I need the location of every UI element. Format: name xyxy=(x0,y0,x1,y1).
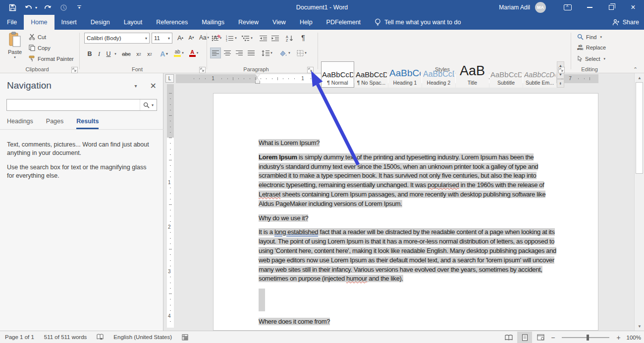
shrink-font-button[interactable]: A▾ xyxy=(186,32,196,43)
styles-more-button[interactable]: ⇟ xyxy=(557,79,564,88)
vertical-ruler[interactable]: 1234 xyxy=(167,84,174,328)
close-button[interactable]: × xyxy=(622,0,644,15)
word-count[interactable]: 511 of 511 words xyxy=(39,331,92,343)
search-input[interactable] xyxy=(7,100,140,110)
tab-references[interactable]: References xyxy=(149,15,195,30)
font-dialog-launcher[interactable] xyxy=(199,67,206,73)
tab-home[interactable]: Home xyxy=(24,15,54,30)
redo-button[interactable] xyxy=(42,1,53,13)
copy-button[interactable]: Copy xyxy=(29,45,51,51)
styles-dialog-launcher[interactable] xyxy=(558,67,565,73)
first-line-indent-marker[interactable] xyxy=(255,74,260,77)
web-layout-button[interactable] xyxy=(533,332,548,343)
underline-button[interactable]: U xyxy=(104,49,113,59)
highlight-color-button[interactable]: ab▾ xyxy=(172,48,185,58)
document-heading[interactable]: Why do we use it? xyxy=(259,214,558,223)
style-title[interactable]: AaBTitle xyxy=(456,61,489,88)
tab-design[interactable]: Design xyxy=(84,15,117,30)
tab-pdfelement[interactable]: PDFelement xyxy=(320,15,368,30)
macro-recording-button[interactable] xyxy=(177,331,193,343)
font-name-combobox[interactable]: Calibri (Body)▾ xyxy=(84,33,150,44)
align-left-button[interactable] xyxy=(210,48,221,58)
underline-dropdown-icon[interactable]: ▾ xyxy=(113,49,118,59)
justify-button[interactable] xyxy=(246,48,257,58)
user-avatar[interactable]: MA xyxy=(535,2,546,13)
format-painter-button[interactable]: Format Painter xyxy=(29,55,74,62)
shading-button[interactable]: ▾ xyxy=(277,48,292,58)
nav-tab-results[interactable]: Results xyxy=(76,118,99,129)
print-layout-button[interactable] xyxy=(517,332,532,343)
read-mode-button[interactable] xyxy=(501,332,516,343)
paste-dropdown-icon[interactable]: ▾ xyxy=(14,55,16,59)
tab-layout[interactable]: Layout xyxy=(117,15,150,30)
ribbon-display-options-button[interactable] xyxy=(557,0,579,15)
numbering-button[interactable]: 123▾ xyxy=(224,33,238,44)
undo-button[interactable] xyxy=(23,1,34,13)
font-size-combobox[interactable]: 11▾ xyxy=(152,33,172,44)
document-page[interactable]: What is Lorem Ipsum?Lorem Ipsum is simpl… xyxy=(213,93,598,331)
tab-review[interactable]: Review xyxy=(231,15,266,30)
paste-button[interactable]: Paste ▾ xyxy=(4,32,26,59)
tell-me-box[interactable]: Tell me what you want to do xyxy=(368,15,468,30)
search-controls[interactable]: ▾ xyxy=(140,99,157,110)
text-effects-button[interactable]: A▾ xyxy=(159,49,169,59)
share-button[interactable]: Share xyxy=(612,15,639,30)
document-heading[interactable]: What is Lorem Ipsum? xyxy=(259,139,558,148)
multilevel-list-button[interactable]: ▾ xyxy=(240,33,255,44)
restore-button[interactable] xyxy=(600,0,622,15)
show-formatting-marks-button[interactable]: ¶ xyxy=(298,32,308,43)
tab-file[interactable]: File xyxy=(0,15,24,30)
change-case-button[interactable]: Aa▾ xyxy=(198,32,211,43)
style-heading-2[interactable]: AaBbCcDHeading 2 xyxy=(422,61,455,88)
zoom-out-button[interactable]: − xyxy=(549,334,557,342)
style-subtle-em-[interactable]: AaBbCcDcSubtle Em... xyxy=(523,61,556,88)
clipboard-dialog-launcher[interactable] xyxy=(71,67,78,73)
scroll-down-icon[interactable]: ▼ xyxy=(635,322,644,330)
zoom-slider-thumb[interactable] xyxy=(587,335,589,341)
zoom-in-button[interactable]: + xyxy=(614,334,622,342)
save-icon[interactable] xyxy=(7,1,18,13)
navigation-options-dropdown-icon[interactable]: ▾ xyxy=(135,83,137,89)
sort-button[interactable]: AZ xyxy=(284,33,296,44)
document-text[interactable]: What is Lorem Ipsum?Lorem Ipsum is simpl… xyxy=(259,139,558,331)
vertical-scrollbar[interactable]: ▲ ▼ xyxy=(634,73,644,331)
increase-indent-button[interactable] xyxy=(269,33,280,44)
bullets-button[interactable]: ▾ xyxy=(210,33,223,44)
tab-help[interactable]: Help xyxy=(293,15,320,30)
scroll-up-icon[interactable]: ▲ xyxy=(635,74,644,82)
style-subtitle[interactable]: AaBbCcDSubtitle xyxy=(489,61,523,88)
language-indicator[interactable]: English (United States) xyxy=(108,331,177,343)
style--normal[interactable]: AaBbCcDc¶ Normal xyxy=(321,61,354,88)
find-button[interactable]: Find ▾ xyxy=(577,34,602,40)
navigation-close-icon[interactable]: ✕ xyxy=(150,81,157,91)
style--no-spac-[interactable]: AaBbCcDc¶ No Spac... xyxy=(355,61,388,88)
tab-view[interactable]: View xyxy=(266,15,293,30)
cut-button[interactable]: Cut xyxy=(29,34,46,40)
style-heading-1[interactable]: AaBbCcHeading 1 xyxy=(388,61,422,88)
decrease-indent-button[interactable] xyxy=(258,33,268,44)
align-center-button[interactable] xyxy=(222,48,233,58)
document-heading[interactable]: Where does it come from? xyxy=(259,317,558,327)
nav-tab-pages[interactable]: Pages xyxy=(46,118,63,129)
undo-dropdown-icon[interactable]: ▾ xyxy=(35,5,37,10)
grow-font-button[interactable]: A▴ xyxy=(175,32,185,43)
proofing-errors-button[interactable] xyxy=(92,331,108,343)
page-indicator[interactable]: Page 1 of 1 xyxy=(0,331,39,343)
subscript-button[interactable]: x2 xyxy=(134,49,144,59)
hanging-indent-marker[interactable] xyxy=(255,78,260,84)
zoom-slider[interactable] xyxy=(562,337,609,338)
customize-qat-button[interactable]: ▾ xyxy=(74,1,85,13)
nav-tab-headings[interactable]: Headings xyxy=(7,118,33,129)
paragraph-dialog-launcher[interactable] xyxy=(307,67,314,73)
minimize-button[interactable] xyxy=(579,0,600,15)
select-button[interactable]: Select ▾ xyxy=(577,55,605,62)
collapse-ribbon-button[interactable]: ⌃ xyxy=(633,66,638,73)
tab-insert[interactable]: Insert xyxy=(54,15,84,30)
zoom-level[interactable]: 100% xyxy=(627,335,641,341)
line-spacing-button[interactable]: ▾ xyxy=(260,48,274,58)
strikethrough-button[interactable]: abc xyxy=(120,49,133,59)
document-paragraph[interactable]: Lorem Ipsum is simply dummy text of the … xyxy=(259,153,558,209)
user-name[interactable]: Mariam Adil xyxy=(499,4,530,11)
borders-button[interactable]: ▾ xyxy=(294,48,309,58)
replace-button[interactable]: ab⇄ac Replace xyxy=(577,45,606,50)
